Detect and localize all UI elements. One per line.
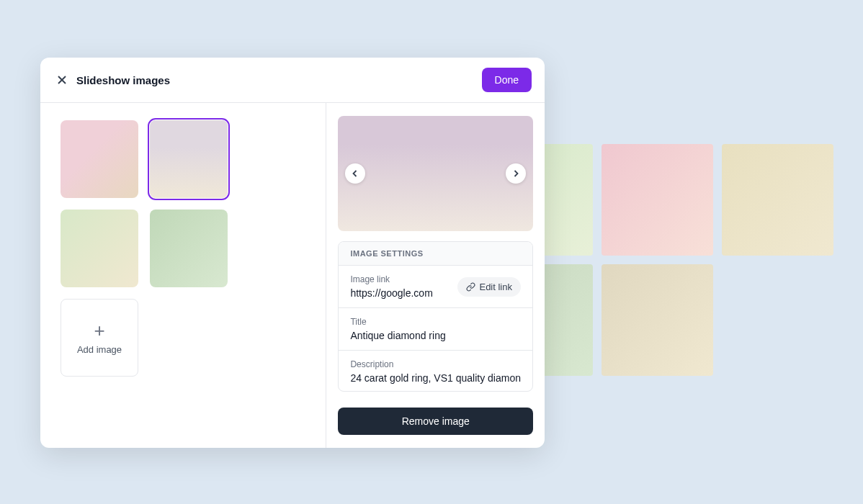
remove-image-button[interactable]: Remove image	[338, 408, 533, 435]
chevron-left-icon	[352, 170, 359, 177]
edit-link-label: Edit link	[479, 282, 512, 292]
image-link-label: Image link	[350, 274, 449, 284]
description-row: Description 24 carat gold ring, VS1 qual…	[339, 351, 532, 392]
title-row: Title Antique diamond ring	[339, 308, 532, 351]
plus-icon: +	[94, 321, 104, 340]
gallery-thumb	[602, 144, 713, 256]
close-button[interactable]	[53, 71, 71, 89]
modal-title: Slideshow images	[76, 74, 482, 86]
slideshow-modal: Slideshow images Done + Add image	[40, 58, 545, 448]
modal-header: Slideshow images Done	[40, 58, 545, 103]
image-link-value: https://google.com	[350, 287, 449, 299]
title-value: Antique diamond ring	[350, 330, 521, 341]
description-value: 24 carat gold ring, VS1 quality diamon	[350, 372, 521, 384]
settings-header: IMAGE SETTINGS	[339, 242, 532, 266]
details-panel: IMAGE SETTINGS Image link https://google…	[326, 103, 545, 448]
edit-link-button[interactable]: Edit link	[457, 277, 521, 297]
thumbnail-2-selected[interactable]	[150, 120, 228, 198]
thumbnail-1[interactable]	[61, 120, 138, 198]
image-settings-card: IMAGE SETTINGS Image link https://google…	[338, 241, 533, 392]
done-button[interactable]: Done	[482, 68, 532, 92]
prev-button[interactable]	[345, 163, 365, 184]
description-label: Description	[350, 359, 521, 369]
add-image-label: Add image	[77, 344, 122, 355]
next-button[interactable]	[506, 163, 526, 184]
add-image-button[interactable]: + Add image	[61, 299, 138, 377]
thumbnails-panel: + Add image	[40, 103, 326, 448]
thumbnail-grid: + Add image	[61, 120, 305, 377]
image-link-row: Image link https://google.com Edit link	[339, 266, 532, 308]
modal-body: + Add image IMAGE SETTINGS Image link	[40, 103, 545, 448]
title-label: Title	[350, 317, 521, 327]
close-icon	[56, 74, 68, 86]
thumbnail-4[interactable]	[150, 210, 228, 287]
link-icon	[466, 282, 475, 292]
gallery-thumb	[722, 144, 833, 256]
image-preview	[338, 116, 533, 231]
thumbnail-3[interactable]	[61, 210, 138, 287]
chevron-right-icon	[512, 170, 519, 177]
gallery-thumb	[602, 264, 713, 376]
